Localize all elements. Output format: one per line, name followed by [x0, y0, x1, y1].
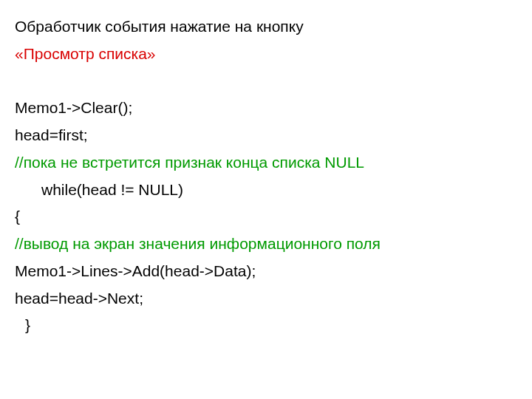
code-line-9: Memo1->Lines->Add(head->Data); — [15, 258, 517, 285]
code-line-3: Memo1->Clear(); — [15, 95, 517, 122]
code-line-8: //вывод на экран значения информационног… — [15, 231, 517, 258]
code-line-2 — [15, 68, 517, 95]
code-line-5: //пока не встретится признак конца списк… — [15, 149, 517, 177]
code-line-6: while(head != NULL) — [15, 177, 517, 204]
code-line-7: { — [15, 203, 517, 231]
code-line-10: head=head->Next; — [15, 285, 517, 313]
code-line-1: «Просмотр списка» — [15, 41, 517, 68]
code-line-4: head=first; — [15, 122, 517, 149]
code-line-0: Обработчик события нажатие на кнопку — [15, 13, 517, 41]
code-line-11: } — [15, 312, 517, 339]
